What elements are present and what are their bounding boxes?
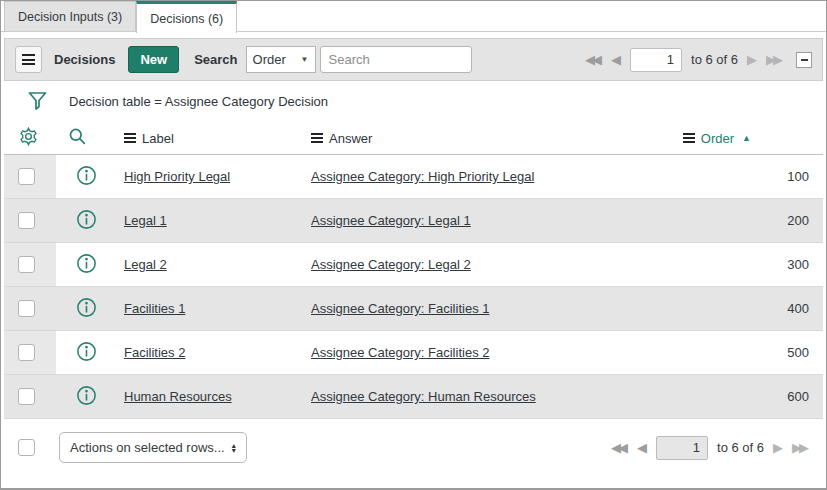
tab-decision-inputs[interactable]: Decision Inputs (3)	[4, 1, 136, 31]
column-header-label[interactable]: Label	[114, 131, 304, 146]
order-value: 200	[787, 213, 809, 228]
row-select-cell	[4, 331, 56, 374]
row-range-text: to 6 of 6	[691, 52, 738, 67]
search-field-select[interactable]: Order ▼	[246, 46, 316, 73]
info-icon[interactable]	[76, 165, 97, 186]
row-label-cell: Facilities 2	[114, 345, 304, 360]
filter-funnel-icon[interactable]	[28, 91, 47, 112]
table-header: Label Answer Order ▲	[4, 122, 823, 155]
previous-page-button[interactable]: ◀	[611, 53, 621, 66]
header-search-cell	[56, 127, 114, 149]
next-page-button[interactable]: ▶	[773, 441, 783, 454]
tab-bar: Decision Inputs (3) Decisions (6)	[1, 1, 826, 32]
row-order-cell: 300	[653, 257, 823, 272]
record-label-link[interactable]: Legal 2	[124, 257, 167, 272]
record-label-link[interactable]: Legal 1	[124, 213, 167, 228]
list-content: Decisions New Search Order ▼ ◀◀ ◀ to 6 o…	[1, 32, 826, 463]
row-checkbox[interactable]	[18, 168, 35, 185]
list-menu-button[interactable]	[15, 46, 42, 73]
info-icon[interactable]	[76, 341, 97, 362]
row-select-cell	[4, 155, 56, 198]
record-answer-link[interactable]: Assignee Category: Human Resources	[311, 389, 536, 404]
table-body: High Priority Legal Assignee Category: H…	[4, 155, 823, 419]
record-answer-link[interactable]: Assignee Category: Legal 1	[311, 213, 471, 228]
page-number-input[interactable]	[630, 48, 682, 72]
last-page-button[interactable]: ▶▶	[792, 441, 809, 454]
row-label-cell: Human Resources	[114, 389, 304, 404]
row-info-cell	[56, 165, 114, 189]
row-order-cell: 200	[653, 213, 823, 228]
filter-breadcrumb[interactable]: Decision table = Assignee Category Decis…	[69, 94, 328, 109]
row-checkbox[interactable]	[18, 344, 35, 361]
new-button[interactable]: New	[128, 46, 179, 73]
row-select-cell	[4, 199, 56, 242]
row-answer-cell: Assignee Category: Facilities 1	[304, 301, 653, 316]
record-answer-link[interactable]: Assignee Category: Facilities 2	[311, 345, 489, 360]
column-header-order[interactable]: Order ▲	[653, 131, 823, 146]
info-icon[interactable]	[76, 297, 97, 318]
column-menu-icon	[124, 133, 136, 143]
row-answer-cell: Assignee Category: Facilities 2	[304, 345, 653, 360]
next-page-button[interactable]: ▶	[747, 53, 757, 66]
chevron-down-icon: ▼	[301, 55, 309, 64]
page-number-input[interactable]	[656, 436, 708, 460]
row-info-cell	[56, 297, 114, 321]
list-toolbar: Decisions New Search Order ▼ ◀◀ ◀ to 6 o…	[4, 38, 823, 81]
row-info-cell	[56, 253, 114, 277]
table-row: Legal 1 Assignee Category: Legal 1 200	[4, 199, 823, 243]
column-menu-icon	[311, 133, 323, 143]
row-info-cell	[56, 341, 114, 365]
table-row: High Priority Legal Assignee Category: H…	[4, 155, 823, 199]
column-header-answer[interactable]: Answer	[304, 131, 653, 146]
row-info-cell	[56, 385, 114, 409]
row-order-cell: 500	[653, 345, 823, 360]
info-icon[interactable]	[76, 209, 97, 230]
order-value: 500	[787, 345, 809, 360]
search-field-selected-value: Order	[253, 52, 286, 67]
record-label-link[interactable]: Human Resources	[124, 389, 232, 404]
previous-page-button[interactable]: ◀	[637, 441, 647, 454]
record-label-link[interactable]: High Priority Legal	[124, 169, 230, 184]
actions-select-value: Actions on selected rows...	[70, 440, 225, 455]
table-row: Facilities 2 Assignee Category: Faciliti…	[4, 331, 823, 375]
order-value: 600	[787, 389, 809, 404]
sort-ascending-icon: ▲	[742, 133, 751, 143]
row-label-cell: High Priority Legal	[114, 169, 304, 184]
row-answer-cell: Assignee Category: Legal 2	[304, 257, 653, 272]
collapse-list-button[interactable]	[796, 52, 812, 68]
first-page-button[interactable]: ◀◀	[611, 441, 628, 454]
row-checkbox[interactable]	[18, 212, 35, 229]
table-row: Facilities 1 Assignee Category: Faciliti…	[4, 287, 823, 331]
row-info-cell	[56, 209, 114, 233]
row-checkbox[interactable]	[18, 256, 35, 273]
record-label-link[interactable]: Facilities 1	[124, 301, 185, 316]
select-all-checkbox[interactable]	[18, 439, 35, 456]
record-answer-link[interactable]: Assignee Category: High Priority Legal	[311, 169, 534, 184]
search-icon[interactable]	[68, 127, 87, 146]
row-order-cell: 100	[653, 169, 823, 184]
row-select-cell	[4, 287, 56, 330]
first-page-button[interactable]: ◀◀	[585, 53, 602, 66]
actions-on-selected-rows-select[interactable]: Actions on selected rows... ▴▾	[59, 432, 247, 463]
order-value: 300	[787, 257, 809, 272]
list-title: Decisions	[54, 52, 115, 67]
tab-decisions[interactable]: Decisions (6)	[136, 1, 237, 33]
record-answer-link[interactable]: Assignee Category: Legal 2	[311, 257, 471, 272]
row-label-cell: Legal 1	[114, 213, 304, 228]
row-label-cell: Legal 2	[114, 257, 304, 272]
row-answer-cell: Assignee Category: Legal 1	[304, 213, 653, 228]
column-menu-icon	[683, 133, 695, 143]
last-page-button[interactable]: ▶▶	[766, 53, 783, 66]
gear-icon[interactable]	[19, 127, 38, 146]
row-checkbox[interactable]	[18, 388, 35, 405]
row-order-cell: 400	[653, 301, 823, 316]
info-icon[interactable]	[76, 253, 97, 274]
record-label-link[interactable]: Facilities 2	[124, 345, 185, 360]
row-range-text: to 6 of 6	[717, 440, 764, 455]
row-checkbox[interactable]	[18, 300, 35, 317]
filter-row: Decision table = Assignee Category Decis…	[4, 81, 823, 122]
search-input[interactable]	[320, 46, 472, 73]
record-answer-link[interactable]: Assignee Category: Facilities 1	[311, 301, 489, 316]
info-icon[interactable]	[76, 385, 97, 406]
list-footer: Actions on selected rows... ▴▾ ◀◀ ◀ to 6…	[4, 419, 823, 463]
